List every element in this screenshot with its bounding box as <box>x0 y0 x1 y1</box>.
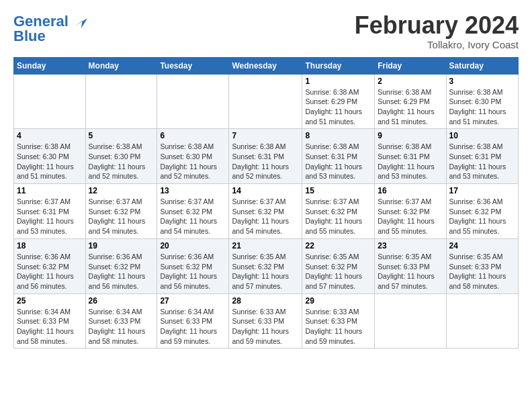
cell-2-2: 5Sunrise: 6:38 AMSunset: 6:30 PMDaylight… <box>85 129 157 184</box>
header-row: Sunday Monday Tuesday Wednesday Thursday… <box>14 57 519 74</box>
week-row-1: 1Sunrise: 6:38 AMSunset: 6:29 PMDaylight… <box>14 74 519 129</box>
cell-1-5: 1Sunrise: 6:38 AMSunset: 6:29 PMDaylight… <box>302 74 375 129</box>
cell-3-6: 16Sunrise: 6:37 AMSunset: 6:32 PMDayligh… <box>375 184 446 239</box>
day-number: 21 <box>232 241 299 250</box>
cell-1-7: 3Sunrise: 6:38 AMSunset: 6:30 PMDaylight… <box>446 74 518 129</box>
day-info: Sunrise: 6:37 AMSunset: 6:32 PMDaylight:… <box>378 197 443 236</box>
cell-2-1: 4Sunrise: 6:38 AMSunset: 6:30 PMDaylight… <box>14 129 86 184</box>
logo-icon <box>70 12 89 31</box>
day-number: 7 <box>232 131 299 140</box>
cell-4-2: 19Sunrise: 6:36 AMSunset: 6:32 PMDayligh… <box>85 238 157 293</box>
cell-3-4: 14Sunrise: 6:37 AMSunset: 6:32 PMDayligh… <box>229 184 302 239</box>
cell-3-3: 13Sunrise: 6:37 AMSunset: 6:32 PMDayligh… <box>157 184 229 239</box>
cell-5-6 <box>375 293 446 349</box>
day-number: 24 <box>449 241 515 250</box>
cell-4-1: 18Sunrise: 6:36 AMSunset: 6:32 PMDayligh… <box>14 238 86 293</box>
col-sunday: Sunday <box>14 57 86 74</box>
day-info: Sunrise: 6:38 AMSunset: 6:31 PMDaylight:… <box>305 142 371 181</box>
col-monday: Monday <box>85 57 157 74</box>
day-number: 6 <box>160 131 226 140</box>
cell-5-3: 27Sunrise: 6:34 AMSunset: 6:33 PMDayligh… <box>157 293 229 349</box>
cell-2-5: 8Sunrise: 6:38 AMSunset: 6:31 PMDaylight… <box>302 129 375 184</box>
day-number: 12 <box>89 186 154 195</box>
day-info: Sunrise: 6:36 AMSunset: 6:32 PMDaylight:… <box>89 252 154 291</box>
day-number: 28 <box>232 296 299 306</box>
day-info: Sunrise: 6:38 AMSunset: 6:30 PMDaylight:… <box>89 142 154 181</box>
day-info: Sunrise: 6:38 AMSunset: 6:30 PMDaylight:… <box>160 142 226 181</box>
page: General Blue February 2024 Tollakro, Ivo… <box>0 0 532 355</box>
day-number: 20 <box>160 241 226 250</box>
day-info: Sunrise: 6:38 AMSunset: 6:31 PMDaylight:… <box>378 142 443 181</box>
day-info: Sunrise: 6:34 AMSunset: 6:33 PMDaylight:… <box>89 307 154 347</box>
day-info: Sunrise: 6:34 AMSunset: 6:33 PMDaylight:… <box>160 307 226 347</box>
cell-4-5: 22Sunrise: 6:35 AMSunset: 6:32 PMDayligh… <box>302 238 375 293</box>
cell-1-1 <box>14 74 86 129</box>
day-number: 11 <box>17 186 83 195</box>
cell-3-2: 12Sunrise: 6:37 AMSunset: 6:32 PMDayligh… <box>85 184 157 239</box>
day-info: Sunrise: 6:36 AMSunset: 6:32 PMDaylight:… <box>17 252 83 291</box>
week-row-4: 18Sunrise: 6:36 AMSunset: 6:32 PMDayligh… <box>14 238 519 293</box>
day-number: 13 <box>160 186 226 195</box>
main-title: February 2024 <box>355 12 519 39</box>
col-thursday: Thursday <box>302 57 375 74</box>
cell-2-6: 9Sunrise: 6:38 AMSunset: 6:31 PMDaylight… <box>375 129 446 184</box>
day-number: 1 <box>305 77 371 86</box>
day-info: Sunrise: 6:37 AMSunset: 6:31 PMDaylight:… <box>17 197 83 236</box>
cell-5-5: 29Sunrise: 6:33 AMSunset: 6:33 PMDayligh… <box>302 293 375 349</box>
day-number: 2 <box>378 77 443 86</box>
cell-4-3: 20Sunrise: 6:36 AMSunset: 6:32 PMDayligh… <box>157 238 229 293</box>
header: General Blue February 2024 Tollakro, Ivo… <box>13 12 519 50</box>
day-info: Sunrise: 6:33 AMSunset: 6:33 PMDaylight:… <box>305 307 371 347</box>
day-number: 29 <box>305 296 371 306</box>
col-friday: Friday <box>375 57 446 74</box>
cell-5-2: 26Sunrise: 6:34 AMSunset: 6:33 PMDayligh… <box>85 293 157 349</box>
cell-1-4 <box>229 74 302 129</box>
day-number: 10 <box>449 131 515 140</box>
day-info: Sunrise: 6:38 AMSunset: 6:29 PMDaylight:… <box>378 87 443 127</box>
cell-5-1: 25Sunrise: 6:34 AMSunset: 6:33 PMDayligh… <box>14 293 86 349</box>
day-info: Sunrise: 6:38 AMSunset: 6:29 PMDaylight:… <box>305 87 371 127</box>
cell-4-6: 23Sunrise: 6:35 AMSunset: 6:33 PMDayligh… <box>375 238 446 293</box>
cell-2-7: 10Sunrise: 6:38 AMSunset: 6:31 PMDayligh… <box>446 129 518 184</box>
day-number: 27 <box>160 296 226 306</box>
cell-2-3: 6Sunrise: 6:38 AMSunset: 6:30 PMDaylight… <box>157 129 229 184</box>
svg-marker-0 <box>75 18 87 28</box>
day-number: 26 <box>89 296 154 306</box>
day-number: 17 <box>449 186 515 195</box>
day-info: Sunrise: 6:37 AMSunset: 6:32 PMDaylight:… <box>160 197 226 236</box>
col-wednesday: Wednesday <box>229 57 302 74</box>
day-number: 18 <box>17 241 83 250</box>
logo-blue-text: Blue <box>13 28 46 44</box>
cell-3-5: 15Sunrise: 6:37 AMSunset: 6:32 PMDayligh… <box>302 184 375 239</box>
day-number: 3 <box>449 77 515 86</box>
day-info: Sunrise: 6:33 AMSunset: 6:33 PMDaylight:… <box>232 307 299 347</box>
day-info: Sunrise: 6:38 AMSunset: 6:30 PMDaylight:… <box>449 87 515 127</box>
day-number: 8 <box>305 131 371 140</box>
day-number: 9 <box>378 131 443 140</box>
day-number: 23 <box>378 241 443 250</box>
week-row-2: 4Sunrise: 6:38 AMSunset: 6:30 PMDaylight… <box>14 129 519 184</box>
cell-1-3 <box>157 74 229 129</box>
cell-1-2 <box>85 74 157 129</box>
col-tuesday: Tuesday <box>157 57 229 74</box>
day-number: 22 <box>305 241 371 250</box>
day-number: 5 <box>89 131 154 140</box>
day-number: 14 <box>232 186 299 195</box>
day-info: Sunrise: 6:36 AMSunset: 6:32 PMDaylight:… <box>160 252 226 291</box>
day-number: 4 <box>17 131 83 140</box>
day-info: Sunrise: 6:35 AMSunset: 6:32 PMDaylight:… <box>232 252 299 291</box>
cell-5-7 <box>446 293 518 349</box>
day-info: Sunrise: 6:38 AMSunset: 6:31 PMDaylight:… <box>449 142 515 181</box>
day-number: 19 <box>89 241 154 250</box>
title-block: February 2024 Tollakro, Ivory Coast <box>355 12 519 50</box>
cell-2-4: 7Sunrise: 6:38 AMSunset: 6:31 PMDaylight… <box>229 129 302 184</box>
day-info: Sunrise: 6:35 AMSunset: 6:33 PMDaylight:… <box>378 252 443 291</box>
day-number: 25 <box>17 296 83 306</box>
day-number: 15 <box>305 186 371 195</box>
week-row-3: 11Sunrise: 6:37 AMSunset: 6:31 PMDayligh… <box>14 184 519 239</box>
day-info: Sunrise: 6:38 AMSunset: 6:31 PMDaylight:… <box>232 142 299 181</box>
day-info: Sunrise: 6:38 AMSunset: 6:30 PMDaylight:… <box>17 142 83 181</box>
cell-1-6: 2Sunrise: 6:38 AMSunset: 6:29 PMDaylight… <box>375 74 446 129</box>
day-info: Sunrise: 6:36 AMSunset: 6:32 PMDaylight:… <box>449 197 515 236</box>
day-number: 16 <box>378 186 443 195</box>
